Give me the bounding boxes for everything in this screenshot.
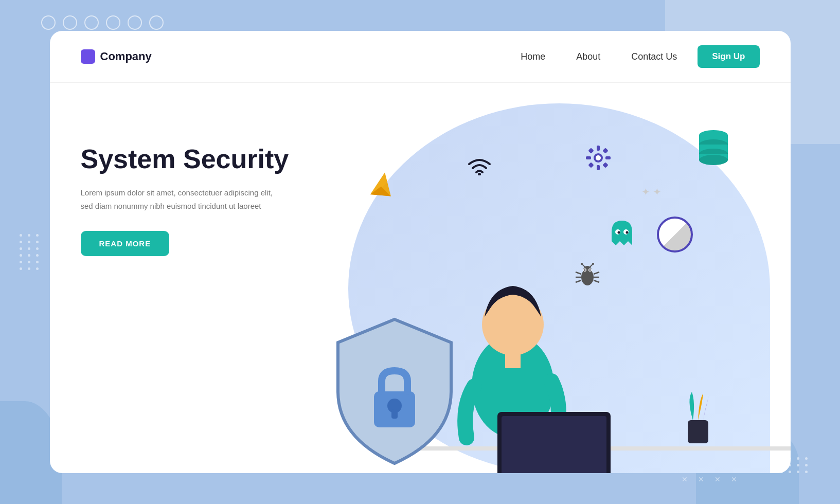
pencil-cup <box>677 389 719 448</box>
svg-rect-8 <box>605 156 611 159</box>
svg-rect-48 <box>502 416 606 473</box>
svg-rect-5 <box>597 146 600 151</box>
bg-circles <box>41 15 164 30</box>
hero-title: System Security <box>81 145 297 174</box>
database-icon <box>698 129 729 171</box>
signup-button[interactable]: Sign Up <box>698 45 759 68</box>
circle-decoration <box>657 217 693 253</box>
hero: System Security Lorem ipsum dolor sit am… <box>50 83 791 473</box>
nav-links: Home About Contact Us <box>521 51 677 62</box>
main-card: Company Home About Contact Us Sign Up Sy… <box>50 31 791 473</box>
sparkle-icon: ✦ ✦ <box>641 186 662 198</box>
nav-contact[interactable]: Contact Us <box>631 51 677 62</box>
svg-rect-51 <box>688 420 708 443</box>
x-marks: ✕ ✕ ✕ ✕ <box>682 475 737 483</box>
logo-icon <box>81 49 95 64</box>
nav-about[interactable]: About <box>576 51 600 62</box>
gear-icon <box>585 145 612 177</box>
hero-right: ✦ ✦ <box>297 114 760 473</box>
read-more-button[interactable]: READ MORE <box>81 231 170 256</box>
navbar: Company Home About Contact Us Sign Up <box>50 31 791 83</box>
logo[interactable]: Company <box>81 49 152 64</box>
svg-rect-9 <box>588 148 594 153</box>
svg-rect-42 <box>391 409 398 419</box>
svg-rect-12 <box>602 162 608 168</box>
svg-rect-6 <box>597 165 600 170</box>
dots-left <box>20 234 40 270</box>
svg-rect-45 <box>505 353 521 368</box>
svg-rect-7 <box>586 156 591 159</box>
svg-rect-10 <box>602 148 608 153</box>
svg-rect-11 <box>588 162 594 168</box>
hero-description: Lorem ipsum dolor sit amet, consectetuer… <box>81 186 276 212</box>
svg-point-4 <box>596 155 601 160</box>
hero-left: System Security Lorem ipsum dolor sit am… <box>81 114 297 473</box>
wifi-icon <box>467 155 492 181</box>
svg-point-2 <box>478 173 481 175</box>
nav-home[interactable]: Home <box>521 51 545 62</box>
svg-point-19 <box>699 155 728 165</box>
person-illustration <box>400 222 647 473</box>
logo-label: Company <box>100 50 152 63</box>
